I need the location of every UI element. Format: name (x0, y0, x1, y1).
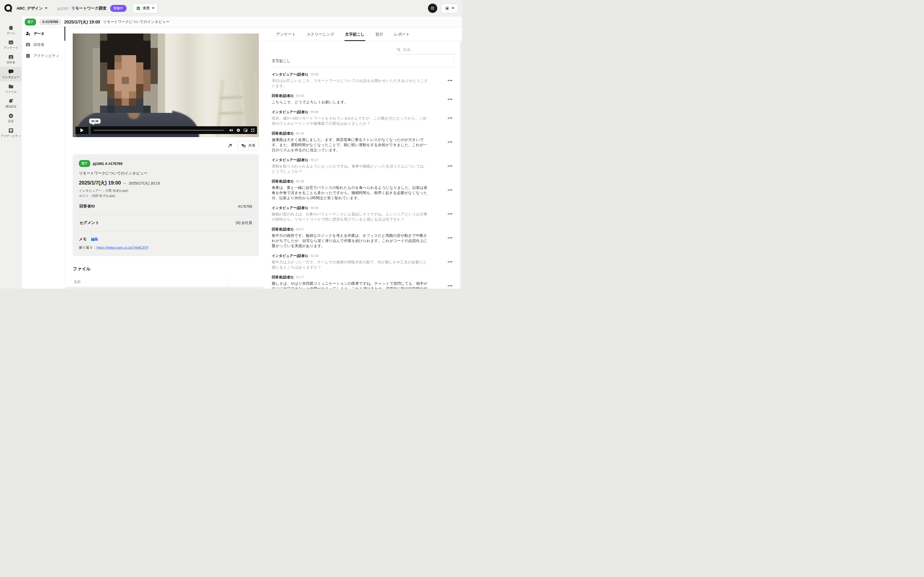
subnav-item-person-card[interactable]: 回答者 (22, 39, 65, 50)
entry-menu-icon[interactable] (447, 260, 453, 264)
rail-item-label: アクティビティ (1, 134, 21, 138)
entry-menu-icon[interactable] (447, 284, 453, 288)
speaker-label: インタビュアー(話者1)00:48 (272, 206, 429, 210)
rail-item-gear[interactable]: 設定 (0, 111, 22, 126)
tab-切片[interactable]: 切片 (375, 27, 384, 41)
row-value: [A] 会社員 (236, 221, 252, 225)
respondent-id-row: 回答者ID #176769 (79, 198, 253, 215)
activity-icon (8, 128, 14, 133)
tab-アンケート[interactable]: アンケート (275, 27, 297, 41)
entry-menu-icon[interactable] (447, 188, 453, 192)
open-external-icon[interactable] (227, 143, 232, 148)
user-avatar[interactable]: 佐 (428, 3, 437, 13)
memo-label: メモ (79, 237, 87, 242)
org-switcher[interactable]: ABC_デザイン (16, 6, 47, 11)
timestamp[interactable]: 00:57 (296, 227, 304, 231)
panel-scrollbar[interactable] (460, 42, 462, 288)
timestamp[interactable]: 00:16 (296, 132, 304, 135)
app-logo-icon[interactable] (3, 3, 13, 13)
calendar-check-icon (136, 6, 140, 11)
rail-item-activity[interactable]: アクティビティ (0, 126, 22, 140)
speaker-label: 回答者(話者2)00:57 (272, 227, 429, 232)
timestamp[interactable]: 01:08 (310, 254, 318, 258)
person-card-icon (26, 42, 31, 47)
timestamp[interactable]: 01:17 (296, 276, 304, 279)
tab-文字起こし[interactable]: 文字起こし (344, 27, 366, 41)
player-settings-icon[interactable] (236, 128, 240, 132)
picture-in-picture-icon[interactable] (243, 128, 248, 132)
entry-menu-icon[interactable] (447, 212, 453, 216)
entry-menu-icon[interactable] (447, 236, 453, 240)
rail-item-home[interactable]: ホーム (0, 23, 22, 37)
utterance-text: 本日はお忙しいところ、リモートワークについてのお話をお聞かせいただきありがとうご… (272, 78, 429, 89)
transcript-list: インタビュアー(話者1)00:00本日はお忙しいところ、リモートワークについての… (263, 67, 462, 288)
rail-item-label: ホーム (7, 31, 16, 35)
memo-edit-link[interactable]: 編集 (91, 237, 98, 242)
interview-detail-card: 完了 pj1091 A #176769 リモートワークについてのインタビュー 2… (73, 155, 259, 256)
seek-bar[interactable] (94, 130, 224, 131)
tab-レポート[interactable]: レポート (393, 27, 410, 41)
subnav-item-label: アクティビティ (34, 53, 59, 58)
schedule-send-icon (241, 143, 246, 148)
tray-icon (26, 53, 31, 58)
host-line: ホスト：内田 裕子(Lupe) (79, 194, 253, 198)
rail-item-survey[interactable]: アンケート (0, 37, 22, 52)
chevron-down-icon (45, 8, 47, 9)
memo-url-link[interactable]: https://video.lupe.co.jp/7A64C97F (97, 246, 149, 250)
timestamp[interactable]: 00:00 (310, 73, 318, 76)
search-input[interactable] (403, 48, 455, 52)
rail-item-bell-plus[interactable]: 通知設定 (0, 96, 22, 111)
timestamp[interactable]: 00:48 (310, 206, 318, 210)
entry-menu-icon[interactable] (447, 78, 453, 82)
active-indicator (65, 27, 65, 41)
timestamp[interactable]: 00:03 (296, 94, 304, 98)
timestamp[interactable]: 00:36 (296, 180, 304, 183)
rail-item-label: ファイル (5, 90, 17, 93)
utterance-text: 運動を取り入れられるようになったのですね。食事や睡眠といった生活リズムについては… (272, 164, 429, 174)
content-bottom-strip (66, 287, 263, 288)
sun-icon (445, 6, 450, 11)
subnav-item-tray[interactable]: アクティビティ (22, 50, 65, 61)
transcript-section-title: 文字起こし (272, 59, 290, 63)
video-player[interactable]: 03:26 (73, 34, 259, 137)
row-label: 回答者ID (79, 204, 95, 209)
memo-section: メモ 編集 振り返り：https://video.lupe.co.jp/7A64… (79, 237, 253, 250)
utterance-text: 集中力は上がった一方で、チームでの連携や情報共有の面で、何か難しさや工夫が必要だ… (272, 259, 429, 270)
subnav-item-person-search[interactable]: データ (22, 28, 65, 39)
transcript-entry: 回答者(話者2)00:36食事は、妻と一緒に自宅でバランスの取れたものを食べられ… (272, 179, 462, 200)
share-button[interactable]: 共有 (238, 141, 259, 150)
tab-スクリーニング[interactable]: スクリーニング (306, 27, 335, 41)
theme-toggle-button[interactable] (441, 3, 458, 13)
entry-menu-icon[interactable] (447, 164, 453, 168)
transcript-section-header: 文字起こし (272, 56, 460, 67)
volume-icon[interactable] (229, 128, 233, 132)
project-name: リモートワーク調査 (71, 6, 106, 11)
interview-title: リモートワークについてのインタビュー (103, 19, 169, 24)
timestamp[interactable]: 00:06 (310, 110, 318, 114)
video-ladder-background (192, 34, 259, 137)
entry-menu-icon[interactable] (447, 97, 453, 101)
project-code: pj1091 (57, 6, 69, 11)
project-breadcrumb: pj1091 リモートワーク調査 (57, 6, 106, 11)
entry-menu-icon[interactable] (447, 116, 453, 120)
utterance-text: 難しさは、やはり非同期コミュニケーションの限界ですね。チャットで質問しても、相手… (272, 281, 429, 288)
share-label: 共有 (248, 143, 255, 148)
respondent-icon (8, 54, 14, 60)
speaker-label: 回答者(話者2)00:36 (272, 179, 429, 184)
end-datetime: 2025/1/7(火) 20:15 (129, 181, 160, 186)
fullscreen-icon[interactable] (251, 128, 255, 132)
play-button[interactable] (75, 126, 89, 134)
rail-item-respondent[interactable]: 回答者 (0, 52, 22, 67)
rail-item-label: 通知設定 (5, 105, 17, 108)
transcript-entry: インタビュアー(話者1)00:06現在、週3〜4回リモートワークをされているAさ… (272, 110, 462, 126)
transcript-search[interactable] (396, 47, 456, 54)
page-header: 完了 A #176769 2025/1/7(火) 19:00 リモートワークにつ… (22, 16, 462, 27)
timestamp[interactable]: 00:27 (310, 158, 318, 162)
gear-icon (8, 113, 14, 119)
rail-item-interview[interactable]: インタビュー (0, 67, 22, 81)
row-label: セグメント (79, 220, 99, 225)
respondent-pill: A #176769 (39, 19, 61, 25)
integration-button[interactable]: 連携 (133, 3, 158, 13)
rail-item-folder[interactable]: ファイル (0, 81, 22, 96)
entry-menu-icon[interactable] (447, 140, 453, 144)
